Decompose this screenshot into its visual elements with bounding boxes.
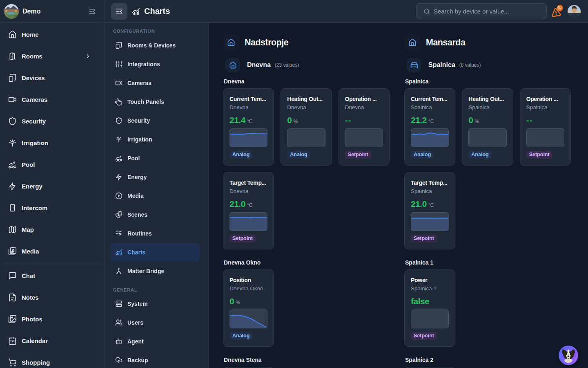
svg-text:9+: 9+ [557,6,562,10]
